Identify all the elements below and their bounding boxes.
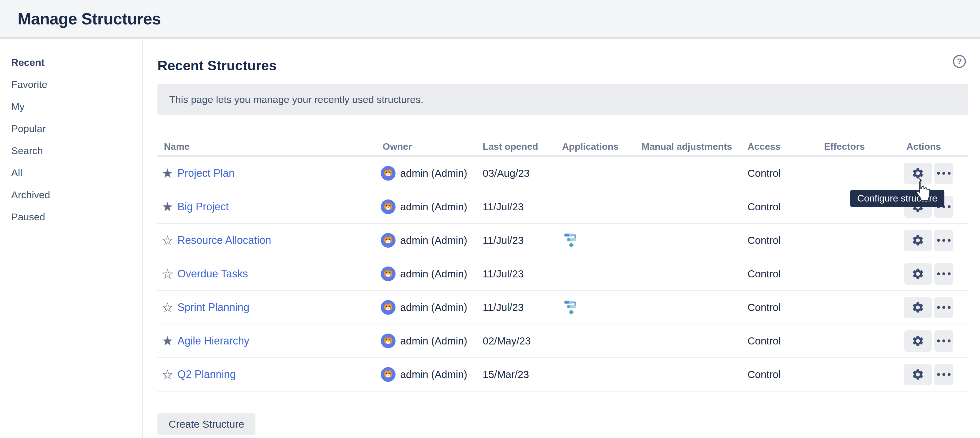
favorite-star-icon[interactable]: ☆ <box>160 368 175 381</box>
structure-name-link[interactable]: Project Plan <box>177 167 235 179</box>
access-level: Control <box>745 335 821 347</box>
favorite-star-icon[interactable]: ☆ <box>160 301 175 314</box>
owner-avatar <box>381 300 396 315</box>
column-header-actions: Actions <box>904 141 968 152</box>
access-level: Control <box>745 201 821 213</box>
gear-icon <box>912 167 924 180</box>
help-glyph: ? <box>957 57 962 66</box>
access-level: Control <box>745 268 821 280</box>
access-level: Control <box>745 368 821 380</box>
sidebar-item-recent[interactable]: Recent <box>11 51 142 73</box>
ellipsis-icon <box>937 373 951 376</box>
sidebar-item-paused[interactable]: Paused <box>11 206 142 228</box>
favorite-star-icon[interactable]: ☆ <box>160 233 175 247</box>
info-message-box: This page lets you manage your recently … <box>158 84 968 115</box>
more-actions-button[interactable] <box>934 163 953 184</box>
structure-name-link[interactable]: Big Project <box>177 201 229 213</box>
last-opened-date: 11/Jul/23 <box>480 235 559 246</box>
more-actions-button[interactable] <box>934 230 953 251</box>
last-opened-date: 11/Jul/23 <box>480 201 559 213</box>
page-header: Manage Structures <box>0 0 980 39</box>
owner-avatar <box>381 233 396 248</box>
ellipsis-icon <box>937 306 951 309</box>
gear-icon <box>912 301 924 314</box>
table-row: ★ Project Plan admin (Admin) 03/Aug/23 <box>158 157 968 190</box>
more-actions-button[interactable] <box>934 297 953 318</box>
access-level: Control <box>745 235 821 246</box>
sidebar: RecentFavoriteMyPopularSearchAllArchived… <box>0 40 143 438</box>
favorite-star-icon[interactable]: ★ <box>160 167 175 180</box>
structure-name-link[interactable]: Sprint Planning <box>177 301 249 314</box>
page-title: Manage Structures <box>18 10 161 28</box>
sidebar-item-popular[interactable]: Popular <box>11 117 142 140</box>
gear-icon <box>912 335 924 348</box>
configure-structure-button[interactable] <box>904 364 932 386</box>
gantt-app-icon <box>563 232 579 249</box>
structure-name-link[interactable]: Agile Hierarchy <box>177 335 249 347</box>
owner-name: admin (Admin) <box>400 302 467 313</box>
manage-structures-page: Manage Structures RecentFavoriteMyPopula… <box>0 0 980 438</box>
more-actions-button[interactable] <box>934 364 953 386</box>
configure-structure-button[interactable] <box>904 330 932 352</box>
sidebar-item-favorite[interactable]: Favorite <box>11 73 142 95</box>
create-structure-button[interactable]: Create Structure <box>158 413 255 435</box>
table-row: ☆ Q2 Planning admin (Admin) 15/Mar/23 <box>158 358 968 392</box>
sidebar-list: RecentFavoriteMyPopularSearchAllArchived… <box>11 51 142 228</box>
owner-name: admin (Admin) <box>400 268 467 280</box>
sidebar-item-search[interactable]: Search <box>11 140 142 162</box>
column-header-last: Last opened <box>480 141 559 152</box>
column-header-access: Access <box>745 141 821 152</box>
last-opened-date: 11/Jul/23 <box>480 302 559 313</box>
favorite-star-icon[interactable]: ★ <box>160 200 175 213</box>
section-heading: Recent Structures <box>158 57 968 73</box>
column-header-effectors: Effectors <box>821 141 904 152</box>
structures-table: NameOwnerLast openedApplicationsManual a… <box>158 138 968 392</box>
structure-name-link[interactable]: Resource Allocation <box>177 234 271 246</box>
owner-avatar <box>381 367 396 382</box>
table-header-row: NameOwnerLast openedApplicationsManual a… <box>158 138 968 157</box>
last-opened-date: 03/Aug/23 <box>480 167 559 179</box>
sidebar-item-all[interactable]: All <box>11 162 142 184</box>
help-icon[interactable]: ? <box>953 55 966 68</box>
table-body: ★ Project Plan admin (Admin) 03/Aug/23 <box>158 157 968 392</box>
favorite-star-icon[interactable]: ★ <box>160 335 175 348</box>
configure-structure-button[interactable] <box>904 163 932 184</box>
configure-structure-button[interactable] <box>904 230 932 251</box>
more-actions-button[interactable] <box>934 263 953 285</box>
sidebar-item-archived[interactable]: Archived <box>11 184 142 206</box>
more-actions-button[interactable] <box>934 330 953 352</box>
owner-avatar <box>381 267 396 281</box>
structure-name-link[interactable]: Overdue Tasks <box>177 268 248 280</box>
table-row: ☆ Sprint Planning admin (Admin) 11/Jul/2… <box>158 291 968 324</box>
configure-structure-button[interactable] <box>904 263 932 285</box>
column-header-owner: Owner <box>377 141 480 152</box>
ellipsis-icon <box>937 340 951 343</box>
gear-icon <box>912 234 924 247</box>
info-message-text: This page lets you manage your recently … <box>169 94 423 105</box>
gantt-app-icon <box>563 299 579 316</box>
sidebar-item-my[interactable]: My <box>11 95 142 117</box>
configure-structure-tooltip: Configure structure <box>850 190 944 207</box>
column-header-name: Name <box>158 141 377 152</box>
gear-icon <box>912 267 924 280</box>
column-header-apps: Applications <box>559 141 639 152</box>
table-row: ★ Agile Hierarchy admin (Admin) 02/May/2… <box>158 324 968 358</box>
table-row: ☆ Overdue Tasks admin (Admin) 11/Jul/23 <box>158 257 968 291</box>
table-row: ☆ Resource Allocation admin (Admin) 11/J… <box>158 224 968 257</box>
owner-name: admin (Admin) <box>400 368 467 380</box>
owner-name: admin (Admin) <box>400 235 467 246</box>
ellipsis-icon <box>937 239 951 242</box>
content-area: RecentFavoriteMyPopularSearchAllArchived… <box>0 40 980 438</box>
configure-structure-button[interactable] <box>904 297 932 318</box>
favorite-star-icon[interactable]: ☆ <box>160 267 175 281</box>
owner-name: admin (Admin) <box>400 167 467 179</box>
owner-avatar <box>381 166 396 181</box>
owner-name: admin (Admin) <box>400 201 467 213</box>
gear-icon <box>912 368 924 381</box>
owner-name: admin (Admin) <box>400 335 467 347</box>
structure-name-link[interactable]: Q2 Planning <box>177 368 236 381</box>
column-header-manual: Manual adjustments <box>639 141 745 152</box>
access-level: Control <box>745 167 821 179</box>
owner-avatar <box>381 333 396 348</box>
main-panel: ? Recent Structures This page lets you m… <box>143 40 980 438</box>
